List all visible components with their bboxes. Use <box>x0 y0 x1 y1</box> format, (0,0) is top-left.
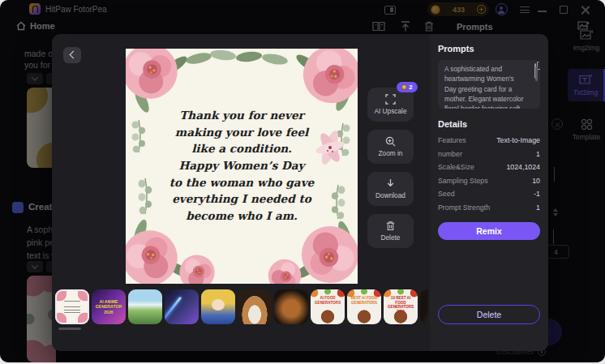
upscale-cost-badge: 2 <box>397 82 418 92</box>
coin-icon <box>401 84 407 90</box>
thumbnail-ramen-egg[interactable] <box>420 289 428 324</box>
upscale-icon <box>385 94 396 105</box>
zoom-in-icon <box>385 136 396 147</box>
back-button[interactable] <box>63 47 81 63</box>
detail-row: FeaturesText-to-Image <box>438 136 540 144</box>
prompts-title: Prompts <box>438 44 540 54</box>
prompt-scrollbar[interactable] <box>535 66 538 81</box>
delete-image-button[interactable]: Delete <box>367 214 414 248</box>
card-message: Thank you for never making your love fee… <box>126 107 358 225</box>
delete-button[interactable]: Delete <box>438 305 540 324</box>
detail-row: Prompt Strength1 <box>438 203 540 212</box>
thumbnail-best-ai-food-generators[interactable]: BEST AI FOOD GENERATORS <box>347 289 381 324</box>
remix-button[interactable]: Remix <box>438 222 540 240</box>
thumbnail-cyberpunk-warrior[interactable] <box>165 289 199 324</box>
detail-row: Sampling Steps10 <box>438 177 540 185</box>
prompt-text: A sophisticated and heartwarming Women's… <box>444 65 527 109</box>
thumbnail-ten-best-ai-food-generators-2026[interactable]: 10 BEST AI FOOD GENERATORS 2026 <box>384 289 418 324</box>
details-panel: Prompts A sophisticated and heartwarming… <box>430 34 548 351</box>
thumbnail-roast-chicken[interactable] <box>274 289 308 324</box>
detail-row: number1 <box>438 150 540 158</box>
thumbnail-ai-anime-generator-2026[interactable]: AI ANIME GENERATOR 2026 <box>92 289 126 324</box>
thumbnail-ai-food-generators[interactable]: AI FOOD GENERATORS <box>311 289 345 324</box>
preview-modal: Thank you for never making your love fee… <box>52 34 548 351</box>
thumbnail-landscape-clouds[interactable] <box>128 289 162 324</box>
greeting-card-image: Thank you for never making your love fee… <box>126 49 358 284</box>
download-icon <box>385 178 396 189</box>
app-window: HitPaw FotorPea 433 Home Prompts made o … <box>0 0 605 362</box>
thumbnail-anime-girl[interactable] <box>201 289 235 324</box>
download-button[interactable]: Download <box>367 172 414 206</box>
thumbnail-scrollbar[interactable] <box>58 328 81 330</box>
thumbnail-strip: AI ANIME GENERATOR 2026 AI FOOD GENERATO… <box>55 289 428 327</box>
details-title: Details <box>438 119 540 129</box>
detail-row: Seed-1 <box>438 190 540 198</box>
detail-row: Scale&Size1024,1024 <box>438 163 540 171</box>
zoom-in-button[interactable]: Zoom in <box>367 130 414 164</box>
action-buttons: 2 AI Upscale Zoom in Download <box>367 88 414 248</box>
thumbnail-womens-day-card[interactable] <box>55 289 89 324</box>
thumbnail-ramen-bowl[interactable] <box>238 289 272 324</box>
prompt-box[interactable]: A sophisticated and heartwarming Women's… <box>438 60 540 109</box>
trash-icon <box>385 221 396 231</box>
ai-upscale-button[interactable]: AI Upscale <box>367 88 414 122</box>
